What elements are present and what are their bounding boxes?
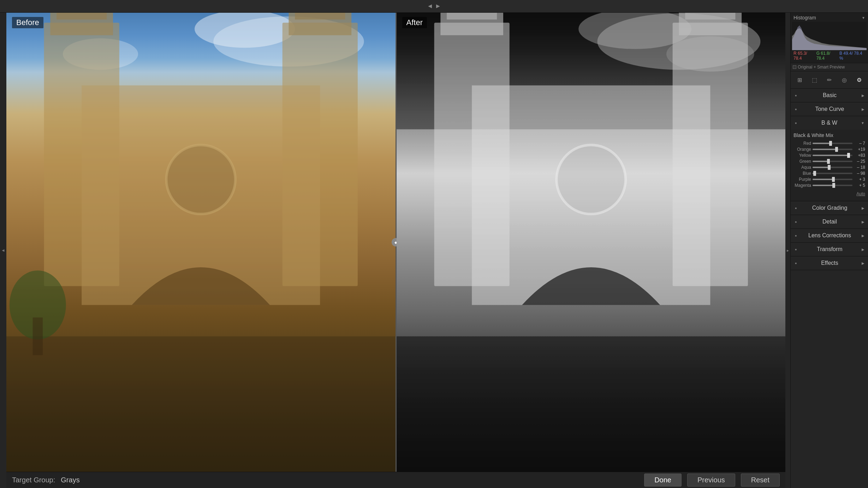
original-preview-bar: Original + Smart Preview: [791, 63, 868, 71]
slider-track-red[interactable]: [813, 143, 852, 144]
slider-value-green: – 25: [854, 159, 865, 164]
slider-track-purple[interactable]: [813, 179, 852, 180]
slider-row-green: Green– 25: [793, 159, 865, 164]
histogram-canvas: [792, 22, 867, 50]
svg-rect-8: [295, 13, 345, 19]
slider-label-aqua: Aqua: [793, 165, 811, 170]
grid-tool-icon[interactable]: ⊞: [794, 74, 805, 85]
slider-thumb-magenta[interactable]: [832, 183, 835, 188]
histogram-arrow: ▼: [862, 16, 865, 20]
slider-track-blue[interactable]: [813, 173, 852, 174]
slider-label-green: Green: [793, 159, 811, 164]
slider-row-aqua: Aqua– 18: [793, 165, 865, 170]
svg-point-10: [166, 145, 235, 214]
svg-point-25: [557, 145, 625, 214]
slider-value-magenta: + 5: [854, 183, 865, 188]
main-area: ◄ Before: [0, 13, 868, 488]
brush-tool-icon[interactable]: ✏: [824, 74, 835, 85]
lens-corrections-label: Lens Corrections: [808, 232, 851, 239]
bw-panel-section: ■ B & W ▼ Black & White Mix Red– 7Orange…: [791, 116, 868, 201]
auto-btn-container: Auto: [793, 189, 865, 198]
slider-track-orange[interactable]: [813, 149, 852, 150]
slider-thumb-green[interactable]: [827, 159, 830, 164]
lens-corrections-panel-header[interactable]: ■ Lens Corrections ▶: [791, 229, 868, 242]
after-label: After: [402, 17, 427, 28]
navigate-arrows[interactable]: ◄ ►: [427, 2, 441, 10]
tone-curve-panel-header[interactable]: ■ Tone Curve ▶: [791, 102, 868, 116]
right-panel-toggle[interactable]: ►: [785, 13, 790, 488]
slider-row-orange: Orange+19: [793, 147, 865, 152]
image-compare: Before: [6, 13, 785, 472]
auto-link[interactable]: Auto: [856, 191, 865, 196]
hist-g: G 61.8/ 78.4: [816, 51, 838, 61]
settings-tool-icon[interactable]: ⚙: [854, 74, 865, 85]
slider-track-green[interactable]: [813, 161, 852, 162]
after-image: [397, 13, 786, 472]
transform-toggle: ■: [794, 248, 798, 251]
slider-track-aqua[interactable]: [813, 167, 852, 168]
slider-value-aqua: – 18: [854, 165, 865, 170]
svg-rect-5: [57, 13, 107, 19]
slider-track-magenta[interactable]: [813, 185, 852, 186]
svg-rect-13: [33, 317, 43, 355]
before-image: [6, 13, 396, 472]
slider-value-purple: + 3: [854, 177, 865, 182]
effects-triangle: ▶: [862, 261, 864, 265]
lens-corrections-panel-section: ■ Lens Corrections ▶: [791, 229, 868, 243]
color-grading-panel-section: ■ Color Grading ▶: [791, 201, 868, 215]
slider-thumb-aqua[interactable]: [828, 165, 831, 170]
effects-toggle: ■: [794, 261, 798, 265]
slider-label-orange: Orange: [793, 147, 811, 152]
bw-mix-title: Black & White Mix: [793, 132, 865, 139]
effects-panel-section: ■ Effects ▶: [791, 256, 868, 270]
copy-tool-icon[interactable]: ⬚: [809, 74, 820, 85]
before-panel: Before: [6, 13, 396, 472]
tone-curve-panel-section: ■ Tone Curve ▶: [791, 102, 868, 116]
before-label: Before: [12, 17, 43, 28]
detail-panel-section: ■ Detail ▶: [791, 215, 868, 229]
transform-panel-header[interactable]: ■ Transform ▶: [791, 243, 868, 256]
basic-panel-toggle: ■: [794, 94, 798, 97]
original-preview-checkbox[interactable]: [793, 65, 796, 69]
slider-thumb-orange[interactable]: [835, 147, 838, 152]
lens-corrections-toggle: ■: [794, 234, 798, 237]
bw-panel-header[interactable]: ■ B & W ▼: [791, 116, 868, 130]
svg-rect-26: [397, 336, 786, 472]
basic-label: Basic: [823, 92, 837, 99]
basic-panel-header[interactable]: ■ Basic ▶: [791, 89, 868, 102]
color-grading-panel-header[interactable]: ■ Color Grading ▶: [791, 201, 868, 215]
eye-tool-icon[interactable]: ◎: [839, 74, 850, 85]
slider-track-yellow[interactable]: [813, 155, 852, 156]
slider-thumb-blue[interactable]: [813, 171, 816, 176]
tone-curve-triangle: ▶: [862, 107, 864, 111]
transform-triangle: ▶: [862, 248, 864, 251]
svg-rect-11: [6, 336, 396, 472]
slider-row-red: Red– 7: [793, 141, 865, 146]
lens-corrections-triangle: ▶: [862, 234, 864, 238]
tone-curve-toggle: ■: [794, 107, 798, 111]
detail-panel-header[interactable]: ■ Detail ▶: [791, 215, 868, 228]
slider-thumb-purple[interactable]: [832, 177, 835, 182]
slider-row-yellow: Yellow+83: [793, 153, 865, 158]
bw-panel-toggle: ■: [794, 121, 798, 125]
done-button[interactable]: Done: [644, 474, 682, 487]
hist-r: R 65.3/ 78.4: [793, 51, 815, 61]
histogram-rgb: R 65.3/ 78.4 G 61.8/ 78.4 B 49.4/ 78.4 %: [792, 50, 867, 61]
slider-thumb-yellow[interactable]: [847, 153, 850, 158]
effects-panel-header[interactable]: ■ Effects ▶: [791, 256, 868, 270]
left-panel-toggle[interactable]: ◄: [0, 13, 6, 488]
tone-curve-label: Tone Curve: [815, 106, 844, 112]
slider-thumb-red[interactable]: [829, 141, 832, 146]
reset-button[interactable]: Reset: [741, 474, 780, 487]
bw-triangle: ▼: [861, 121, 864, 125]
bw-sliders-container: Red– 7Orange+19Yellow+83Green– 25Aqua– 1…: [793, 141, 865, 188]
hist-b: B 49.4/ 78.4 %: [839, 51, 865, 61]
histogram-title: Histogram: [793, 15, 816, 20]
color-grading-triangle: ▶: [862, 206, 864, 210]
previous-button[interactable]: Previous: [687, 474, 735, 487]
basic-triangle: ▶: [862, 94, 864, 97]
after-panel: After: [397, 13, 786, 472]
right-panel-arrow-icon: ►: [786, 249, 790, 252]
detail-toggle: ■: [794, 220, 798, 224]
center-area: Before: [6, 13, 785, 488]
